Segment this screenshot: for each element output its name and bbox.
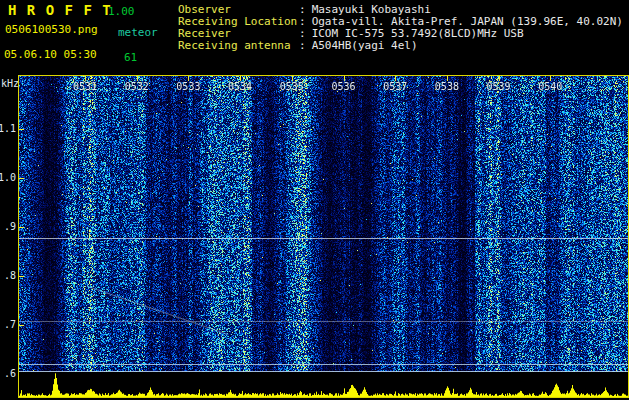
freq-tick [19, 276, 24, 277]
freq-tick [19, 227, 24, 228]
hrofft-window: H R O F F T 1.00 0506100530.png meteor 0… [0, 0, 629, 400]
info-label: Receiving antenna [178, 40, 299, 52]
time-label-0537: 0537 [383, 81, 407, 92]
time-label-0535: 0535 [280, 81, 304, 92]
meteor-count: 61 [124, 51, 137, 64]
output-filename: 0506100530.png [5, 23, 98, 36]
freq-label-.7: .7 [4, 319, 16, 330]
freq-label-.6: .6 [4, 368, 16, 379]
observation-info: Observer:Masayuki Kobayashi Receiving Lo… [178, 4, 623, 52]
freq-label-.8: .8 [4, 270, 16, 281]
info-row-antenna: Receiving antenna:A504HB(yagi 4el) [178, 40, 623, 52]
time-axis: 0531053205330534053505360537053805390540 [19, 76, 628, 397]
freq-tick [19, 129, 24, 130]
info-value: A504HB(yagi 4el) [312, 40, 418, 52]
observation-datetime: 05.06.10 05:30 [4, 48, 97, 61]
time-label-0531: 0531 [73, 81, 97, 92]
freq-tick [19, 325, 24, 326]
info-separator: : [299, 40, 306, 52]
freq-label-1.0: 1.0 [0, 172, 16, 183]
app-title: H R O F F T [8, 2, 112, 18]
freq-axis-unit: kHz [1, 78, 19, 89]
time-label-0533: 0533 [176, 81, 200, 92]
header: H R O F F T 1.00 0506100530.png meteor 0… [0, 0, 629, 75]
time-label-0534: 0534 [228, 81, 252, 92]
freq-label-1.1: 1.1 [0, 123, 16, 134]
freq-label-.9: .9 [4, 221, 16, 232]
time-label-0536: 0536 [331, 81, 355, 92]
mode-label: meteor [118, 26, 158, 39]
freq-axis: kHz 1.11.0.9.8.7.6 [0, 75, 17, 398]
spectrogram-plot: 0531053205330534053505360537053805390540 [18, 75, 629, 398]
time-label-0539: 0539 [487, 81, 511, 92]
freq-tick [19, 178, 24, 179]
time-label-0540: 0540 [538, 81, 562, 92]
app-version: 1.00 [108, 5, 135, 18]
time-label-0532: 0532 [125, 81, 149, 92]
time-label-0538: 0538 [435, 81, 459, 92]
